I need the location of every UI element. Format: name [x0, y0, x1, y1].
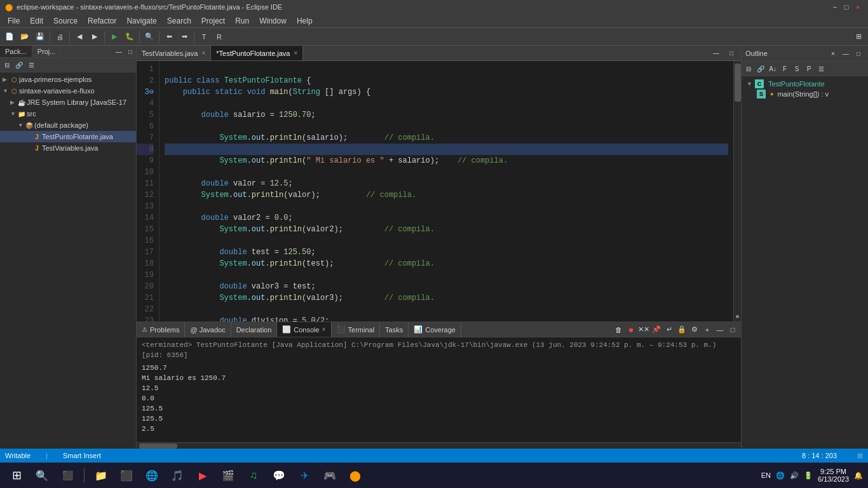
taskbar-notification[interactable]: 🔔 [854, 471, 863, 480]
outline-nonpublic[interactable]: P [803, 63, 815, 74]
menu-search[interactable]: Search [162, 15, 196, 27]
menu-help[interactable]: Help [292, 15, 318, 27]
minimize-button[interactable]: − [830, 3, 840, 11]
menu-refactor[interactable]: Refactor [83, 15, 121, 27]
sidebar-minimize[interactable]: — [113, 46, 125, 57]
console-word-wrap[interactable]: ↵ [663, 324, 675, 336]
sidebar-tabs[interactable]: Pack... Proj... — □ [0, 46, 136, 58]
taskbar-file-explorer[interactable]: 📁 [90, 464, 112, 487]
tree-item-testpuntofloante[interactable]: J TestPuntoFlotante.java [0, 131, 136, 142]
taskbar-start[interactable]: ⊞ [5, 464, 28, 487]
outline-maximize[interactable]: □ [853, 48, 864, 59]
console-scrollbar-h[interactable] [137, 442, 741, 449]
tab-testpuntofloante[interactable]: *TestPuntoFlotante.java × [211, 46, 303, 60]
tab-javadoc[interactable]: @ Javadoc [185, 322, 231, 337]
menu-file[interactable]: File [3, 15, 25, 27]
tree-item-java-primeros[interactable]: ▶ ⬡ java-primeros-ejemplos [0, 74, 136, 85]
tab-testvariables[interactable]: TestVariables.java × [137, 46, 211, 60]
scrollbar-h-thumb[interactable] [139, 444, 177, 449]
tab-console[interactable]: ⬜ Console × [277, 322, 331, 337]
menu-project[interactable]: Project [196, 15, 230, 27]
scrollbar-v[interactable]: ■ [733, 61, 741, 322]
console-new[interactable]: + [702, 324, 713, 336]
editor-maximize[interactable]: □ [724, 46, 738, 60]
console-close-all[interactable]: ✕✕ [638, 324, 649, 336]
taskbar-eclipse[interactable]: ⬤ [344, 464, 367, 487]
console-clear[interactable]: 🗑 [613, 324, 624, 336]
tb-open[interactable]: 📂 [18, 30, 32, 44]
menu-navigate[interactable]: Navigate [121, 15, 161, 27]
tb-run[interactable]: ▶ [107, 30, 121, 44]
tab-close[interactable]: × [201, 50, 205, 57]
tab-close[interactable]: × [294, 50, 297, 57]
taskbar-widgets[interactable]: ⬛ [56, 464, 79, 487]
outline-collapse[interactable]: ⊟ [743, 63, 754, 74]
taskbar-vscode[interactable]: ⬛ [115, 464, 138, 487]
tb-prev-edit[interactable]: ⬅ [162, 30, 176, 44]
console-stop[interactable]: ■ [625, 324, 637, 336]
tb-save[interactable]: 💾 [33, 30, 47, 44]
tab-declaration[interactable]: Declaration [231, 322, 278, 337]
tb-forward[interactable]: ▶ [88, 30, 102, 44]
menu-edit[interactable]: Edit [25, 15, 48, 27]
console-maximize[interactable]: □ [727, 324, 738, 336]
outline-link[interactable]: 🔗 [755, 63, 766, 74]
maximize-button[interactable]: □ [841, 3, 851, 11]
tree-item-testvariables[interactable]: J TestVariables.java [0, 142, 136, 154]
outline-static[interactable]: S [791, 63, 803, 74]
outline-item-method[interactable]: S ● main(String[]) : v [744, 89, 865, 99]
tb-print[interactable]: 🖨 [53, 30, 67, 44]
outline-minimize[interactable]: — [840, 48, 851, 59]
scrollbar-thumb[interactable] [735, 64, 741, 102]
tab-terminal[interactable]: ⬛ Terminal [332, 322, 381, 337]
taskbar-telegram[interactable]: ✈ [293, 464, 316, 487]
taskbar-spotify[interactable]: ♫ [242, 464, 265, 487]
tb-open-res[interactable]: R [212, 30, 226, 44]
tree-item-src[interactable]: ▼ 📁 src [0, 108, 136, 119]
console-pin[interactable]: 📌 [651, 324, 662, 336]
outline-close-others[interactable]: × [827, 48, 839, 59]
code-content[interactable]: public class TestPuntoFlotante { public … [159, 61, 733, 322]
taskbar-whatsapp[interactable]: 💬 [268, 464, 290, 487]
tb-search[interactable]: 🔍 [142, 30, 156, 44]
taskbar-discord[interactable]: 🎮 [318, 464, 341, 487]
sidebar-tab-package[interactable]: Pack... [0, 46, 32, 57]
taskbar-search[interactable]: 🔍 [31, 464, 53, 487]
tree-item-sintaxe[interactable]: ▼ ⬡ sintaxe-variaveis-e-fluxo [0, 85, 136, 97]
console-minimize[interactable]: — [714, 324, 726, 336]
tab-problems[interactable]: ⚠ Problems [137, 322, 185, 337]
tree-item-default-package[interactable]: ▼ 📦 (default package) [0, 119, 136, 131]
tree-item-jre[interactable]: ▶ ☕ JRE System Library [JavaSE-17 [0, 97, 136, 108]
tb-debug[interactable]: 🐛 [123, 30, 137, 44]
menu-run[interactable]: Run [230, 15, 254, 27]
sidebar-tab-project[interactable]: Proj... [32, 46, 62, 57]
tab-close[interactable]: × [322, 326, 326, 333]
tb-back[interactable]: ◀ [72, 30, 86, 44]
taskbar-app2[interactable]: ▶ [191, 464, 214, 487]
console-scroll-lock[interactable]: 🔒 [676, 324, 688, 336]
close-button[interactable]: × [853, 3, 863, 11]
editor-minimize[interactable]: — [709, 46, 723, 60]
title-bar-controls[interactable]: − □ × [830, 3, 863, 11]
taskbar-app3[interactable]: 🎬 [217, 464, 240, 487]
outline-item-class[interactable]: ▼ C TestPuntoFlotante [744, 79, 865, 89]
sidebar-link[interactable]: 🔗 [13, 59, 25, 71]
code-editor[interactable]: 123⊖4 5678 9101112 13141516 17181920 212… [137, 61, 741, 322]
tab-coverage[interactable]: 📊 Coverage [409, 322, 461, 337]
console-options[interactable]: ⚙ [689, 324, 700, 336]
sidebar-collapse[interactable]: ⊟ [1, 59, 13, 71]
sidebar-maximize[interactable]: □ [125, 46, 136, 57]
tb-perspective[interactable]: ⊞ [851, 30, 865, 44]
outline-menu[interactable]: ☰ [815, 63, 827, 74]
menu-window[interactable]: Window [254, 15, 292, 27]
taskbar-app1[interactable]: 🎵 [166, 464, 189, 487]
outline-fields[interactable]: F [779, 63, 790, 74]
taskbar-chrome[interactable]: 🌐 [140, 464, 163, 487]
sidebar-menu[interactable]: ☰ [25, 59, 37, 71]
tab-tasks[interactable]: Tasks [380, 322, 409, 337]
tb-next-edit[interactable]: ➡ [177, 30, 191, 44]
menu-source[interactable]: Source [48, 15, 83, 27]
outline-sort[interactable]: A↓ [767, 63, 778, 74]
tb-new[interactable]: 📄 [3, 30, 17, 44]
tb-open-type[interactable]: T [197, 30, 211, 44]
